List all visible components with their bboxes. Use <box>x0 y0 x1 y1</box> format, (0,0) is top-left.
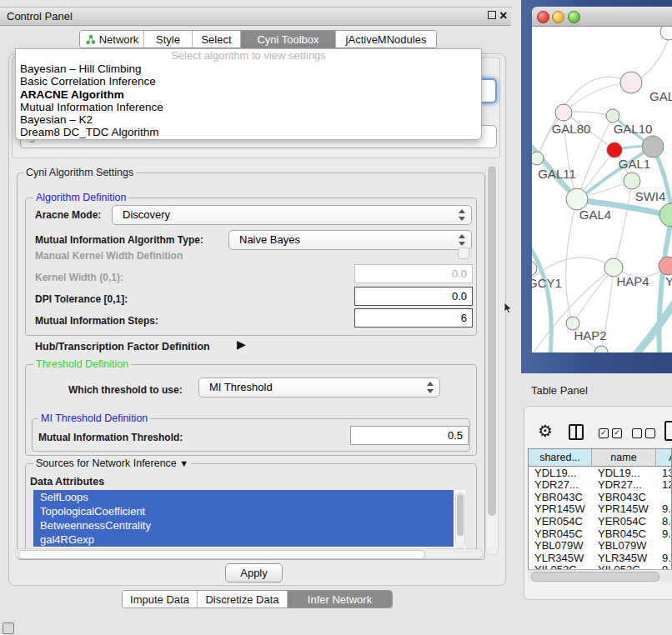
cyni-settings-title: Cyni Algorithm Settings <box>23 168 136 178</box>
table-cell: 12 <box>656 479 672 492</box>
manual-kernel-checkbox[interactable] <box>458 248 469 259</box>
aracne-mode-label: Aracne Mode: <box>35 209 101 221</box>
hide-columns-icon[interactable] <box>632 428 655 438</box>
kernel-width-field[interactable]: 0.0 <box>354 264 473 283</box>
table-cell: YDR27... <box>529 479 592 492</box>
tab-jactivemnodules[interactable]: jActiveMNodules <box>336 31 436 48</box>
table-row[interactable]: YBR045CYBR045C9. <box>529 528 672 541</box>
network-node[interactable] <box>660 27 672 40</box>
network-view[interactable]: GALGAL80GAL10GAL1GAL11SWI4GAL4GCY1HAP4YH… <box>532 27 672 352</box>
which-threshold-select[interactable]: MI Threshold <box>198 378 440 398</box>
table-hscrollbar-thumb[interactable] <box>531 572 659 582</box>
network-node[interactable] <box>642 136 664 158</box>
algorithm-option[interactable]: Bayesian – K2 <box>16 113 481 126</box>
algorithm-option[interactable]: Bayesian – Hill Climbing <box>16 62 481 75</box>
tab-label: Network <box>99 33 139 46</box>
close-icon[interactable]: × <box>499 8 511 21</box>
network-edge[interactable] <box>635 302 672 352</box>
tab-style[interactable]: Style <box>144 31 193 48</box>
tab-label: Cyni Toolbox <box>257 33 318 46</box>
expand-right-icon[interactable]: ▶ <box>237 338 246 351</box>
settings-hscrollbar-thumb[interactable] <box>18 550 425 559</box>
table-row[interactable]: YDL19...YDL19...13 <box>529 468 672 480</box>
network-node[interactable] <box>594 346 608 352</box>
mi-type-select[interactable]: Naive Bayes <box>228 230 472 250</box>
tab-infer-network[interactable]: Infer Network <box>288 591 392 608</box>
algorithm-option[interactable]: Basic Correlation Inference <box>16 75 481 88</box>
kernel-width-label: Kernel Width (0,1): <box>35 272 123 283</box>
data-attributes-list: SelfLoopsTopologicalCoefficientBetweenne… <box>33 490 465 550</box>
table-row[interactable]: YLR345WYLR345W9. <box>529 552 672 565</box>
table-cell: 9. <box>656 503 672 516</box>
table-row[interactable]: YDR27...YDR27...12 <box>529 479 672 492</box>
table-cell: 8. <box>656 516 672 528</box>
mi-threshold-field[interactable]: 0.5 <box>350 426 469 445</box>
tab-discretize-data[interactable]: Discretize Data <box>198 591 288 608</box>
network-node[interactable] <box>620 72 642 93</box>
settings-hscrollbar[interactable] <box>15 548 484 559</box>
table-cell: YBR045C <box>529 528 592 541</box>
aracne-mode-select[interactable]: Discovery <box>112 205 472 225</box>
minimize-window-icon[interactable] <box>552 11 564 23</box>
attributes-scrollbar-thumb[interactable] <box>457 494 464 536</box>
network-node[interactable] <box>606 109 619 122</box>
data-attributes-label: Data Attributes <box>30 476 104 488</box>
column-header[interactable]: shared... <box>529 449 592 467</box>
table-row[interactable]: YBL079WYBL079W <box>529 540 672 552</box>
close-window-icon[interactable] <box>537 11 549 23</box>
node-label: GAL <box>649 89 672 103</box>
algorithm-option[interactable]: Dream8 DC_TDC Algorithm <box>16 126 481 138</box>
table-cell <box>656 540 672 552</box>
tab-select[interactable]: Select <box>193 31 241 48</box>
column-layout-icon[interactable] <box>569 424 584 440</box>
table-row[interactable]: YBR043CYBR043C <box>529 492 672 504</box>
attribute-item[interactable]: gal4RGexp <box>33 532 454 547</box>
network-node[interactable] <box>607 142 622 158</box>
network-node[interactable] <box>532 152 544 165</box>
table-cell: YLR345W <box>529 552 592 565</box>
table-hscrollbar[interactable] <box>528 569 672 582</box>
dpi-tolerance-field[interactable]: 0.0 <box>354 287 473 306</box>
tab-network[interactable]: Network <box>80 31 144 48</box>
tab-label: Select <box>201 33 231 46</box>
zoom-window-icon[interactable] <box>568 11 580 23</box>
tab-cyni-toolbox[interactable]: Cyni Toolbox <box>241 31 336 48</box>
column-header[interactable]: A <box>656 449 672 467</box>
tab-label: Style <box>156 33 180 46</box>
algorithm-option[interactable]: ARACNE Algorithm <box>16 88 481 101</box>
network-node[interactable] <box>624 172 640 189</box>
column-header[interactable]: name <box>592 449 656 467</box>
which-threshold-value: MI Threshold <box>209 378 273 397</box>
tab-impute-data[interactable]: Impute Data <box>123 591 198 608</box>
table-row[interactable]: YPR145WYPR145W9. <box>529 503 672 516</box>
attribute-item[interactable]: SelfLoops <box>33 490 454 504</box>
table-header: shared...nameA <box>529 449 672 467</box>
attribute-item[interactable]: BetweennessCentrality <box>33 518 454 532</box>
attribute-item[interactable]: TopologicalCoefficient <box>33 504 454 518</box>
grip-icon[interactable] <box>3 622 14 634</box>
network-edge[interactable] <box>614 181 632 268</box>
table-cell: YBL079W <box>592 540 656 552</box>
gear-icon[interactable]: ⚙ <box>538 422 553 440</box>
attributes-scrollbar[interactable] <box>455 492 465 548</box>
algorithm-option[interactable]: Mutual Information Inference <box>16 101 481 113</box>
collapse-down-icon[interactable]: ▼ <box>179 458 188 468</box>
float-window-icon[interactable] <box>488 11 496 19</box>
settings-vscrollbar-thumb[interactable] <box>488 166 496 516</box>
network-node[interactable] <box>555 104 572 121</box>
export-table-icon[interactable] <box>664 421 672 441</box>
table-cell: YER054C <box>529 516 592 528</box>
network-node[interactable] <box>659 203 672 227</box>
mi-steps-field[interactable]: 6 <box>354 308 473 328</box>
table-row[interactable]: YER054CYER054C8. <box>529 516 672 528</box>
network-window-titlebar[interactable] <box>532 7 672 27</box>
table-cell: YDR27... <box>592 479 656 492</box>
node-label: SWI4 <box>635 189 666 203</box>
mi-steps-label: Mutual Information Steps: <box>35 315 158 327</box>
apply-button[interactable]: Apply <box>225 563 283 582</box>
show-columns-icon[interactable]: ✓ ✓ <box>599 428 622 438</box>
network-edge[interactable] <box>566 199 577 323</box>
settings-vscrollbar[interactable] <box>485 163 499 555</box>
mi-threshold-group-title: MI Threshold Definition <box>38 413 150 424</box>
network-edge[interactable] <box>532 237 551 352</box>
